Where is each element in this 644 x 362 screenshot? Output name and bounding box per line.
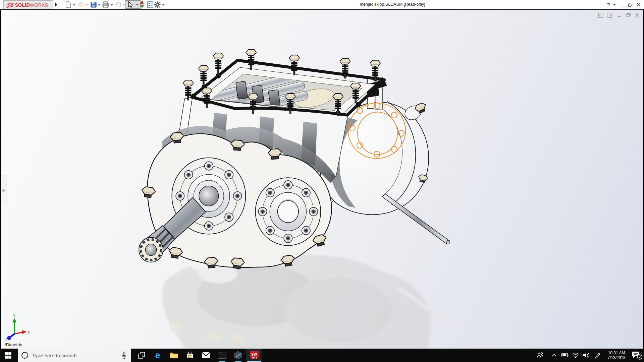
- taskbar-app-edrawings[interactable]: [230, 349, 246, 362]
- undo-caret-icon[interactable]: [122, 4, 125, 6]
- action-center-button[interactable]: 2: [631, 349, 643, 362]
- wifi-button[interactable]: [570, 349, 581, 362]
- featuremanager-collapsed-tab[interactable]: [1, 176, 6, 205]
- clock-time: 10:31 AM: [602, 351, 631, 355]
- save-caret-icon[interactable]: [98, 4, 101, 6]
- document-restore-button[interactable]: [626, 13, 631, 18]
- windows-taskbar: Type here to search e: [0, 349, 644, 362]
- volume-icon: [583, 352, 590, 358]
- menu-flyout-arrow-icon[interactable]: [55, 2, 57, 7]
- task-view-button[interactable]: [133, 349, 150, 362]
- solidworks-logo[interactable]: ƷS SOLID WORKS: [3, 0, 53, 9]
- mail-icon: [202, 352, 210, 359]
- triad-y-label: Y: [13, 313, 16, 317]
- triad-x-label: X: [28, 330, 30, 334]
- solidworks-logo-light: WORKS: [30, 2, 48, 8]
- document-title: menjac sklop.SLDASM [Read-only]: [342, 0, 443, 9]
- solidworks-taskbar-icon: SW 2017: [250, 351, 259, 360]
- wifi-icon: [572, 352, 579, 358]
- taskbar-app-mail[interactable]: [198, 349, 214, 362]
- solidworks-icon-text: SW: [250, 351, 259, 357]
- search-placeholder: Type here to search: [32, 353, 121, 358]
- minimize-button[interactable]: [620, 2, 625, 7]
- people-icon: [536, 352, 544, 359]
- edrawings-icon: [234, 351, 243, 360]
- edge-icon: e: [155, 351, 160, 360]
- save-icon[interactable]: [90, 1, 97, 8]
- taskbar-app-file-explorer[interactable]: [166, 349, 182, 362]
- taskbar-app-store[interactable]: [182, 349, 198, 362]
- windows-logo-icon: [5, 352, 11, 359]
- input-shaft: [382, 194, 449, 244]
- orientation-triad: Y X Z: [4, 313, 31, 341]
- document-close-button[interactable]: [634, 13, 640, 18]
- taskbar-app-solidworks[interactable]: SW 2017: [246, 349, 262, 362]
- start-button[interactable]: [0, 349, 16, 362]
- cortana-icon: [21, 352, 28, 359]
- gearbox-model: [0, 9, 644, 349]
- taskbar-app-command-prompt[interactable]: C:\: [214, 349, 230, 362]
- open-caret-icon[interactable]: [86, 4, 88, 6]
- options-gear-icon[interactable]: [154, 1, 161, 8]
- right-bearing-cover: [256, 178, 321, 245]
- help-button[interactable]: ?: [605, 0, 612, 9]
- battery-icon: [561, 353, 569, 358]
- select-arrow-icon[interactable]: [126, 1, 134, 8]
- pen-icon: [594, 352, 601, 359]
- clock-date: 7/13/2018: [602, 355, 631, 360]
- hidden-icons-button[interactable]: [549, 349, 559, 362]
- view-orientation-label: *Dimetric: [4, 342, 22, 347]
- graphics-viewport[interactable]: Y X Z *Dimetric: [1, 10, 643, 349]
- pane-handle-dot-icon: [2, 189, 5, 192]
- taskbar-clock[interactable]: 10:31 AM 7/13/2018: [602, 349, 631, 362]
- solidworks-app: ƷS SOLID WORKS: [0, 0, 644, 362]
- people-button[interactable]: [535, 349, 545, 362]
- print-caret-icon[interactable]: [110, 4, 113, 6]
- restore-button[interactable]: [628, 2, 633, 7]
- close-button[interactable]: [636, 2, 641, 7]
- microsoft-store-icon: [186, 351, 194, 359]
- triad-z-label: Z: [5, 338, 8, 341]
- document-minimize-button[interactable]: [617, 13, 623, 18]
- pen-button[interactable]: [592, 349, 603, 362]
- previous-pane-button[interactable]: [598, 13, 604, 18]
- open-icon[interactable]: [77, 1, 85, 8]
- battery-button[interactable]: [559, 349, 570, 362]
- print-icon[interactable]: [102, 1, 109, 8]
- task-view-icon: [138, 351, 146, 359]
- solidworks-icon-year: 2017: [250, 357, 259, 359]
- notification-badge: 2: [639, 355, 641, 359]
- volume-button[interactable]: [581, 349, 592, 362]
- title-bar: ƷS SOLID WORKS: [0, 0, 644, 9]
- next-pane-button[interactable]: [607, 13, 612, 18]
- taskbar-search-input[interactable]: Type here to search: [18, 349, 131, 362]
- new-document-icon[interactable]: [64, 1, 72, 8]
- report-icon[interactable]: [147, 1, 154, 8]
- solidworks-logo-glyph: ƷS: [6, 2, 14, 8]
- interference-check-icon[interactable]: [138, 1, 146, 8]
- microphone-icon[interactable]: [121, 352, 127, 359]
- undo-icon[interactable]: [114, 1, 122, 8]
- chevron-up-icon: [551, 354, 557, 357]
- taskbar-app-edge[interactable]: e: [150, 349, 166, 362]
- options-caret-icon[interactable]: [162, 4, 165, 6]
- action-center-icon: 2: [631, 351, 643, 360]
- file-explorer-icon: [169, 352, 178, 359]
- solidworks-logo-bold: SOLID: [15, 2, 30, 8]
- new-document-caret-icon[interactable]: [73, 4, 75, 6]
- help-caret-icon[interactable]: [613, 4, 616, 6]
- model-reflection: [162, 255, 453, 349]
- command-prompt-icon: C:\: [218, 352, 226, 359]
